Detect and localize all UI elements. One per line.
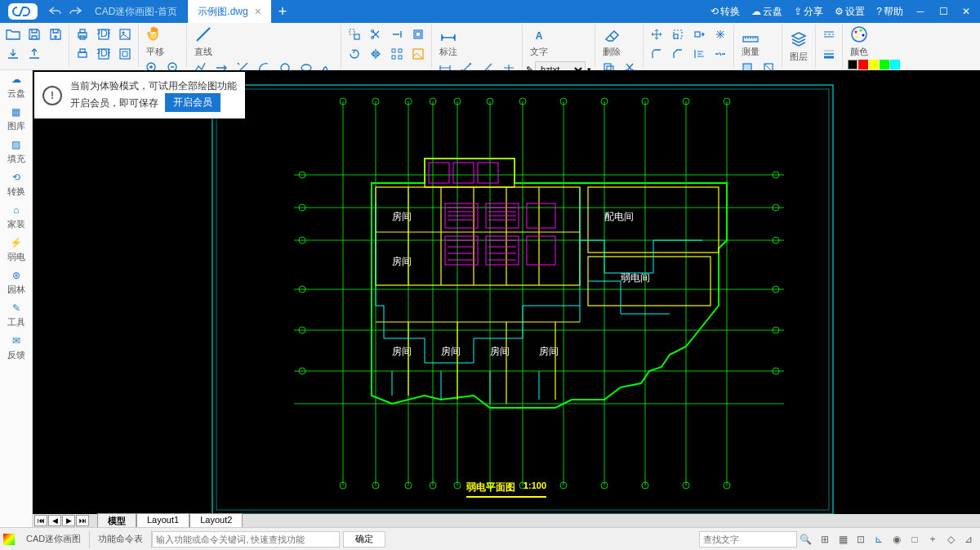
upgrade-button[interactable]: 开启会员	[165, 93, 220, 112]
svg-rect-31	[399, 49, 402, 52]
dwg-icon[interactable]	[115, 44, 135, 64]
command-input[interactable]	[152, 531, 340, 548]
saveas-icon[interactable]	[46, 25, 65, 44]
horizontal-scrollbar[interactable]: ⏮ ◀ ▶ ⏭ 模型 Layout1 Layout2	[33, 514, 980, 527]
convert-button[interactable]: ⟲ 转换	[706, 2, 745, 21]
swatch-black[interactable]	[848, 60, 858, 69]
sidebar-item-feedback[interactable]: ✉反馈	[0, 332, 32, 364]
close-icon[interactable]: ×	[255, 5, 261, 18]
scroll-next-icon[interactable]: ▶	[62, 515, 75, 526]
pdf-icon[interactable]: PDF	[94, 25, 114, 44]
swatch-cyan[interactable]	[890, 60, 900, 69]
scroll-prev-icon[interactable]: ◀	[48, 515, 61, 526]
text-button[interactable]: A 文字	[526, 25, 552, 58]
minimize-icon[interactable]: ─	[910, 2, 931, 21]
annotate-button[interactable]: 标注	[435, 25, 461, 58]
sidebar-item-electrical[interactable]: ⚡弱电	[0, 234, 32, 266]
svg-point-54	[855, 31, 858, 34]
props-group	[816, 25, 843, 68]
pdf2-icon[interactable]: PDF	[94, 44, 114, 64]
svg-rect-136	[429, 163, 449, 183]
sidebar-item-home[interactable]: ⌂家装	[0, 201, 32, 234]
grid-icon[interactable]: ▦	[835, 531, 851, 548]
print2-icon[interactable]	[73, 44, 92, 64]
search-icon[interactable]: 🔍	[797, 531, 813, 548]
scroll-last-icon[interactable]: ⏭	[76, 515, 89, 526]
dimension-icon	[439, 25, 458, 44]
lineweight-icon[interactable]	[819, 44, 839, 64]
snap-icon[interactable]: ⊞	[817, 531, 833, 548]
break-icon[interactable]	[710, 44, 730, 64]
rotate-icon[interactable]	[345, 44, 364, 64]
sidebar-item-fill[interactable]: ▨填充	[0, 136, 32, 168]
settings-button[interactable]: ⚙ 设置	[830, 2, 870, 21]
color-button[interactable]: 颜色	[846, 25, 872, 58]
extend-icon[interactable]	[387, 25, 407, 44]
tab-active[interactable]: 示例图.dwg ×	[188, 0, 271, 23]
fillet-icon[interactable]	[647, 44, 666, 64]
polar-icon[interactable]: ◉	[889, 531, 905, 548]
save-icon[interactable]	[24, 25, 44, 44]
trim-icon[interactable]	[366, 25, 385, 44]
ortho-icon[interactable]: ⊾	[871, 531, 887, 548]
pan-button[interactable]: 平移	[142, 25, 168, 58]
offset-icon[interactable]	[408, 25, 428, 44]
open-icon[interactable]	[3, 25, 23, 44]
sidebar-item-landscape[interactable]: ⊛园林	[0, 266, 32, 299]
array-icon[interactable]	[387, 44, 407, 64]
chamfer-icon[interactable]	[668, 44, 688, 64]
swatch-green[interactable]	[880, 60, 889, 69]
sidebar-item-cloud[interactable]: ☁云盘	[0, 70, 32, 103]
add-icon[interactable]: +	[924, 531, 941, 548]
share-button[interactable]: ⇪ 分享	[789, 2, 828, 21]
sidebar-item-tools[interactable]: ✎工具	[0, 299, 32, 332]
text-group: A 文字 ✎ hztxt ▾ 350 B	[523, 25, 595, 68]
osnap-icon[interactable]: □	[906, 531, 923, 548]
modify-group	[341, 25, 432, 68]
drawing-canvas[interactable]: ! 当前为体验模式，可试用全部绘图功能 开启会员，即可保存 开启会员	[33, 70, 980, 527]
scale-icon[interactable]	[668, 25, 688, 44]
search-input[interactable]	[699, 531, 797, 548]
tree-icon: ⊛	[8, 268, 24, 283]
sidebar-item-gallery[interactable]: ▦图库	[0, 103, 32, 136]
delete-button[interactable]: 删除	[599, 25, 625, 58]
lock-icon[interactable]: ◇	[942, 531, 959, 548]
export-icon[interactable]	[24, 44, 44, 64]
help-button[interactable]: ? 帮助	[871, 2, 908, 21]
add-tab-icon[interactable]: +	[271, 3, 294, 20]
swatch-yellow[interactable]	[869, 60, 879, 69]
print-group: PDF PDF	[69, 25, 139, 68]
line-button[interactable]: 直线	[190, 25, 216, 58]
mirror-icon[interactable]	[366, 44, 385, 64]
ext-icon[interactable]: ⊿	[960, 531, 977, 548]
titlebar: CAD迷你画图-首页 示例图.dwg × + ⟲ 转换 ☁ 云盘 ⇪ 分享 ⚙ …	[0, 0, 980, 23]
move2-icon[interactable]	[647, 25, 666, 44]
cmd-table-button[interactable]: 功能命令表	[90, 530, 152, 548]
layout-tab-model[interactable]: 模型	[97, 513, 136, 527]
scroll-first-icon[interactable]: ⏮	[34, 515, 47, 526]
stretch-icon[interactable]	[689, 25, 709, 44]
move-icon[interactable]	[345, 25, 364, 44]
print-icon[interactable]	[73, 25, 92, 44]
undo-icon[interactable]	[46, 2, 65, 20]
swatch-red[interactable]	[858, 60, 868, 69]
draw-group: 直线	[187, 25, 341, 68]
close-window-icon[interactable]: ✕	[956, 2, 977, 21]
insert-image-icon[interactable]	[408, 44, 428, 64]
layer-button[interactable]: 图层	[786, 25, 812, 68]
sidebar-item-convert[interactable]: ⟲转换	[0, 168, 32, 201]
tab-home[interactable]: CAD迷你画图-首页	[85, 0, 188, 23]
ok-button[interactable]: 确定	[343, 531, 385, 548]
align-icon[interactable]	[689, 44, 709, 64]
import-icon[interactable]	[3, 44, 23, 64]
explode-icon[interactable]	[710, 25, 730, 44]
grid2-icon[interactable]: ⊡	[853, 531, 869, 548]
image-export-icon[interactable]	[115, 25, 135, 44]
redo-icon[interactable]	[65, 2, 85, 20]
layout-tab-1[interactable]: Layout1	[136, 513, 189, 527]
linetype-icon[interactable]	[819, 25, 839, 44]
cloud-button[interactable]: ☁ 云盘	[746, 2, 787, 21]
measure-button[interactable]: 测量	[737, 25, 764, 58]
layout-tab-2[interactable]: Layout2	[189, 513, 243, 527]
maximize-icon[interactable]: ☐	[933, 2, 954, 21]
